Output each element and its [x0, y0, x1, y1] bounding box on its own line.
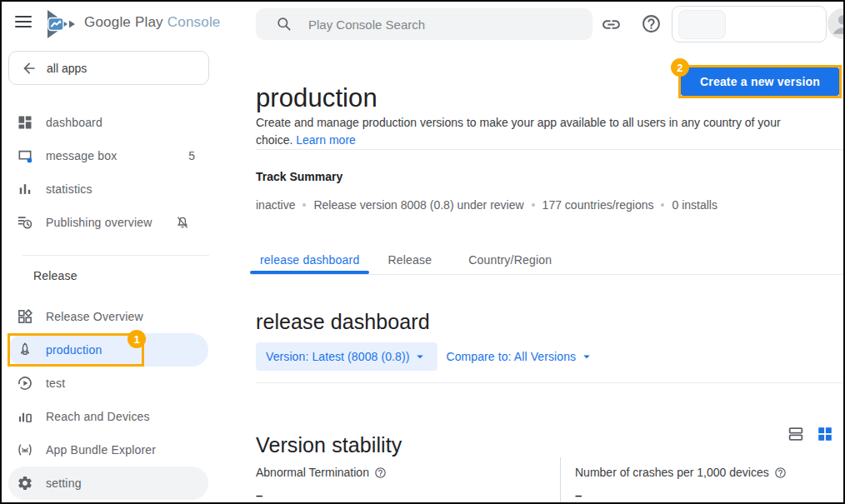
app-bundle-icon: [17, 442, 33, 458]
sidebar-item-label: setting: [46, 477, 82, 490]
compare-filter-label: Compare to: All Versions: [446, 350, 576, 363]
stat-column-divider: [560, 457, 561, 502]
link-icon[interactable]: [601, 14, 622, 35]
page-title: production: [256, 83, 378, 113]
track-countries: 177 countries/regions: [542, 198, 654, 212]
release-overview-icon: [17, 308, 33, 325]
dot-separator: [532, 203, 535, 207]
person-icon: [828, 8, 845, 39]
release-dashboard-heading: release dashboard: [256, 310, 430, 334]
all-apps-back-button[interactable]: all apps: [8, 51, 209, 85]
main-content: production Create a new version 2 Create…: [222, 2, 843, 502]
console-search[interactable]: [256, 8, 592, 40]
hamburger-menu-icon[interactable]: [15, 16, 32, 29]
sidebar-item-label: Reach and Devices: [46, 410, 150, 423]
rows-view-icon[interactable]: [787, 425, 805, 443]
create-new-version-button[interactable]: Create a new version: [681, 67, 839, 96]
stat-crashes-per-1000: Number of crashes per 1,000 devices –: [575, 466, 787, 502]
sidebar-item-label: App Bundle Explorer: [46, 443, 156, 457]
brand-console: Console: [168, 14, 221, 30]
sidebar-item-dashboard[interactable]: dashboard: [2, 106, 222, 139]
stat-label: Abnormal Termination: [256, 466, 369, 479]
track-release-info: Release version 8008 (0.8) under review: [313, 198, 523, 212]
tab-release-dashboard[interactable]: release dashboard: [250, 249, 369, 271]
sidebar-item-reach-and-devices[interactable]: Reach and Devices: [2, 400, 222, 433]
sidebar-item-message-box[interactable]: message box 5: [2, 139, 222, 172]
dot-separator: [661, 203, 664, 207]
sidebar-item-setting[interactable]: setting: [2, 467, 222, 500]
all-apps-label: all apps: [47, 62, 87, 75]
sidebar-item-label: statistics: [46, 182, 92, 196]
page-description: Create and manage production versions to…: [256, 114, 809, 149]
view-toggle-group: [787, 425, 834, 443]
track-installs: 0 installs: [672, 198, 717, 212]
sidebar: Google Play Console all apps dashboard m…: [2, 2, 222, 502]
version-filter-label: Version: Latest (8008 (0.8)): [266, 350, 409, 363]
sidebar-item-production[interactable]: production: [2, 333, 222, 367]
gear-icon: [17, 475, 33, 492]
google-play-logo-icon[interactable]: [45, 9, 80, 39]
search-input[interactable]: [307, 17, 560, 32]
annotation-highlight-box-create: Create a new version 2: [678, 65, 842, 98]
sidebar-item-publishing-overview[interactable]: Publishing overview: [2, 206, 222, 239]
account-switcher[interactable]: [672, 6, 827, 42]
stat-abnormal-termination: Abnormal Termination –: [256, 466, 387, 502]
divider: [256, 382, 843, 383]
sidebar-item-label: dashboard: [46, 116, 102, 129]
grid-view-icon[interactable]: [816, 425, 834, 443]
chevron-down-icon: [579, 349, 594, 364]
sidebar-item-label: production: [46, 343, 102, 357]
tab-divider: [250, 274, 843, 275]
sidebar-item-label: Release Overview: [46, 310, 143, 323]
search-icon: [276, 16, 292, 32]
sidebar-section-release: Release: [33, 269, 78, 282]
track-summary-row: inactive Release version 8008 (0.8) unde…: [256, 198, 718, 212]
divider: [256, 149, 843, 150]
back-arrow-icon: [21, 60, 38, 77]
sidebar-item-label: test: [46, 377, 65, 390]
message-count-badge: 5: [188, 149, 195, 162]
annotation-step-badge-2: 2: [671, 58, 689, 77]
chevron-down-icon: [412, 349, 428, 364]
message-box-icon: [17, 147, 33, 164]
avatar[interactable]: [828, 8, 845, 39]
sidebar-item-test[interactable]: test: [2, 367, 222, 400]
track-status: inactive: [256, 198, 295, 212]
sidebar-item-app-bundle-explorer[interactable]: App Bundle Explorer: [2, 433, 222, 467]
tab-bar: release dashboard Release Country/Region: [250, 249, 562, 271]
annotation-step-badge-1: 1: [128, 330, 146, 348]
tab-release[interactable]: Release: [378, 249, 442, 271]
stat-label: Number of crashes per 1,000 devices: [575, 466, 769, 479]
help-icon[interactable]: [641, 13, 662, 34]
rocket-icon: [17, 342, 33, 358]
brand-google-play: Google Play: [84, 14, 163, 30]
account-switcher-thumb: [678, 10, 726, 39]
dot-separator: [302, 203, 306, 207]
version-stability-heading: Version stability: [256, 433, 402, 457]
help-icon[interactable]: [774, 467, 787, 479]
compare-filter-dropdown[interactable]: Compare to: All Versions: [446, 342, 594, 371]
brand-title: Google Play Console: [84, 14, 221, 31]
stat-value: –: [256, 488, 387, 502]
filter-bar: Version: Latest (8008 (0.8)) Compare to:…: [256, 342, 594, 371]
publishing-overview-icon: [17, 214, 33, 231]
sidebar-item-statistics[interactable]: statistics: [2, 172, 222, 206]
version-filter-dropdown[interactable]: Version: Latest (8008 (0.8)): [256, 342, 438, 371]
sidebar-item-label: Publishing overview: [46, 216, 152, 229]
help-icon[interactable]: [374, 467, 387, 479]
play-circle-icon: [17, 375, 33, 392]
statistics-icon: [17, 181, 33, 197]
reach-devices-icon: [17, 408, 33, 425]
notifications-off-icon: [175, 215, 190, 230]
stat-value: –: [575, 488, 787, 502]
dashboard-icon: [17, 114, 33, 131]
sidebar-item-label: message box: [46, 149, 117, 162]
learn-more-link[interactable]: Learn more: [296, 133, 356, 147]
track-summary-title: Track Summary: [256, 170, 342, 183]
tab-country-region[interactable]: Country/Region: [458, 249, 562, 271]
sidebar-divider: [22, 255, 209, 256]
play-console-window: Google Play Console all apps dashboard m…: [0, 0, 845, 504]
sidebar-item-release-overview[interactable]: Release Overview: [2, 300, 222, 333]
